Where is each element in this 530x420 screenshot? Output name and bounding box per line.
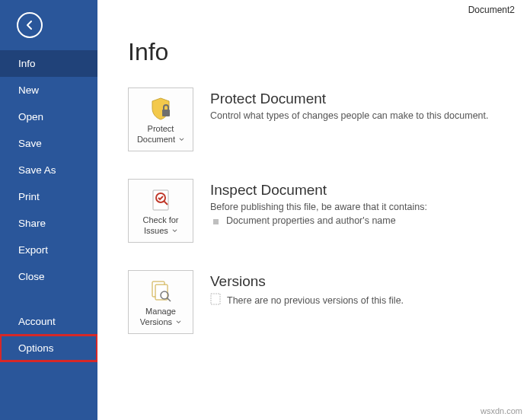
button-label-line2: Versions <box>140 317 172 326</box>
sidebar-item-label: Account <box>18 316 56 327</box>
section-protect: Protect Document Protect Document Contro… <box>128 88 530 151</box>
backstage-sidebar: Info New Open Save Save As Print Share E… <box>0 0 97 420</box>
back-arrow-icon <box>24 19 36 31</box>
main-panel: Document2 Info Protect Document Protect … <box>97 0 530 420</box>
section-desc: Before publishing this file, be aware th… <box>210 202 427 212</box>
sidebar-item-save-as[interactable]: Save As <box>0 157 97 183</box>
versions-icon <box>148 276 174 307</box>
button-label-line1: Manage <box>145 307 176 316</box>
sidebar-item-print[interactable]: Print <box>0 183 97 210</box>
check-for-issues-button[interactable]: Check for Issues <box>128 179 193 243</box>
sidebar-item-label: New <box>18 84 39 96</box>
watermark: wsxdn.com <box>481 406 522 415</box>
button-label-line1: Check for <box>142 215 178 224</box>
document-icon <box>210 293 221 307</box>
sidebar-item-options[interactable]: Options <box>0 335 97 361</box>
chevron-down-icon <box>172 228 177 234</box>
sidebar-item-export[interactable]: Export <box>0 237 97 263</box>
sidebar-item-label: Share <box>18 218 46 229</box>
list-item: Document properties and author's name <box>213 215 427 226</box>
chevron-down-icon <box>179 137 184 142</box>
sidebar-item-label: Close <box>18 271 45 282</box>
page-title: Info <box>128 38 530 66</box>
sidebar-item-new[interactable]: New <box>0 77 97 103</box>
section-title: Inspect Document <box>210 182 427 199</box>
button-label-line1: Protect <box>148 124 174 133</box>
protect-icon <box>148 94 174 124</box>
section-inspect: Check for Issues Inspect Document Before… <box>128 179 530 243</box>
sidebar-item-label: Save <box>18 138 42 149</box>
sidebar-item-label: Save As <box>18 164 56 176</box>
sidebar-item-close[interactable]: Close <box>0 263 97 290</box>
manage-versions-button[interactable]: Manage Versions <box>128 270 193 334</box>
section-title: Protect Document <box>210 91 489 107</box>
section-title: Versions <box>210 273 404 290</box>
svg-rect-0 <box>162 110 170 116</box>
sidebar-item-info[interactable]: Info <box>0 50 97 77</box>
sidebar-item-label: Options <box>18 342 54 354</box>
inspect-icon <box>148 185 174 215</box>
protect-document-button[interactable]: Protect Document <box>128 88 193 151</box>
sidebar-item-label: Open <box>18 111 43 123</box>
back-button[interactable] <box>17 12 43 38</box>
svg-rect-8 <box>211 294 220 304</box>
sidebar-item-label: Print <box>18 191 40 202</box>
section-versions: Manage Versions Versions There are no pr… <box>128 270 530 334</box>
versions-empty-text: There are no previous versions of this f… <box>227 295 404 306</box>
sidebar-item-label: Export <box>18 244 48 256</box>
chevron-down-icon <box>176 320 181 325</box>
inspect-items-list: Document properties and author's name <box>210 215 427 226</box>
button-label-line2: Issues <box>144 226 168 235</box>
sidebar-item-label: Info <box>18 58 36 69</box>
sidebar-item-share[interactable]: Share <box>0 210 97 237</box>
document-title: Document2 <box>468 5 515 15</box>
button-label-line2: Document <box>137 135 175 144</box>
section-desc: Control what types of changes people can… <box>210 110 489 121</box>
sidebar-item-save[interactable]: Save <box>0 130 97 157</box>
sidebar-item-account[interactable]: Account <box>0 308 97 335</box>
sidebar-item-open[interactable]: Open <box>0 103 97 130</box>
